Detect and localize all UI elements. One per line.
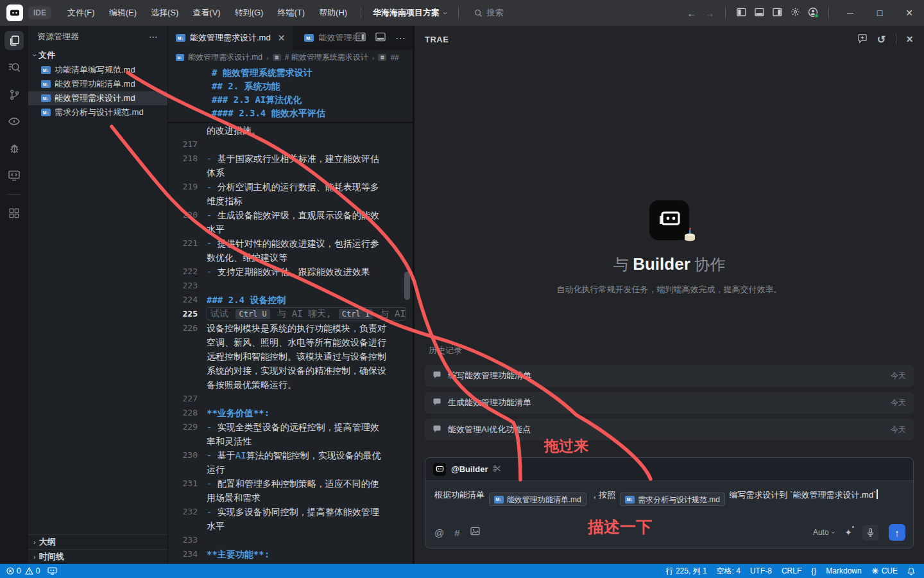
close-tab-icon[interactable]: ✕ (278, 33, 286, 43)
history-item[interactable]: 能效管理AI优化功能点今天 (425, 419, 914, 441)
indent-setting[interactable]: 空格: 4 (717, 566, 740, 577)
search-button[interactable]: 搜索 (474, 7, 503, 19)
menu-item[interactable]: 编辑(E) (102, 0, 144, 26)
code-line[interactable]: 的改进措施。 (168, 123, 413, 137)
scrollbar-thumb[interactable] (404, 272, 410, 300)
maximize-button[interactable]: □ (865, 8, 894, 18)
file-item[interactable]: M↓功能清单编写规范.md (28, 63, 167, 77)
history-item[interactable]: 编写能效管理功能清单今天 (425, 365, 914, 387)
editor-body[interactable]: # 能效管理系统需求设计## 2. 系统功能### 2.3 AI算法优化####… (168, 65, 413, 564)
code-line[interactable]: 运行 (168, 462, 413, 477)
code-line[interactable]: 229- 实现全类型设备的远程控制，提高管理效 (168, 420, 413, 434)
scissors-icon[interactable] (493, 464, 501, 475)
agent-mention[interactable]: @Builder (451, 464, 488, 474)
account-icon[interactable] (804, 7, 822, 19)
language-mode[interactable]: Markdown (826, 566, 861, 575)
code-line[interactable]: 远程控制和智能控制。该模块通过与设备控制 (168, 349, 413, 363)
code-line[interactable]: 221- 提供针对性的能效改进建议，包括运行参 (168, 236, 413, 250)
cursor-position[interactable]: 行 225, 列 1 (666, 566, 707, 577)
sticky-heading[interactable]: ## 2. 系统功能 (168, 80, 413, 93)
send-button[interactable]: ↑ (889, 524, 905, 541)
sticky-heading[interactable]: # 能效管理系统需求设计 (168, 66, 413, 80)
trae-status-icon[interactable] (47, 567, 57, 575)
code-line[interactable]: 223 (168, 279, 413, 293)
warnings-indicator[interactable]: 0 (25, 566, 40, 575)
file-reference-chip[interactable]: M↓需求分析与设计规范.md (620, 493, 725, 506)
notifications-bell-icon[interactable] (907, 567, 915, 575)
file-reference-chip[interactable]: M↓能效管理功能清单.md (489, 493, 586, 506)
code-line[interactable]: 233 (168, 533, 413, 547)
remote-code-icon[interactable] (4, 166, 24, 185)
code-line[interactable]: 空调、新风、照明、水电等所有能效设备进行 (168, 335, 413, 349)
code-line[interactable]: 226设备控制模块是系统的执行功能模块，负责对 (168, 321, 413, 335)
mention-icon[interactable]: @ (434, 527, 444, 538)
open-preview-icon[interactable] (355, 32, 366, 44)
source-control-icon[interactable] (4, 85, 24, 104)
gear-icon[interactable] (786, 7, 804, 19)
code-line[interactable]: 224### 2.4 设备控制 (168, 293, 413, 307)
back-icon[interactable]: ← (683, 8, 701, 19)
tab-active[interactable]: M↓ 能效管理需求设计.md ✕ (168, 26, 293, 50)
file-item[interactable]: M↓能效管理功能清单.md (28, 77, 167, 91)
cue-indicator[interactable]: CUE (871, 566, 898, 575)
code-line[interactable]: 维度指标 (168, 194, 413, 208)
file-item[interactable]: M↓需求分析与设计规范.md (28, 105, 167, 119)
debug-bug-icon[interactable] (4, 139, 24, 158)
history-item[interactable]: 生成能效管理功能清单今天 (425, 392, 914, 414)
timeline-section[interactable]: › 时间线 (28, 549, 167, 564)
encoding[interactable]: UTF-8 (750, 566, 772, 575)
eol-setting[interactable]: CRLF (782, 566, 801, 575)
menu-item[interactable]: 查看(V) (185, 0, 227, 26)
braces-indicator[interactable]: {} (811, 566, 816, 575)
menu-item[interactable]: 终端(T) (270, 0, 312, 26)
sticky-heading[interactable]: ### 2.3 AI算法优化 (168, 93, 413, 107)
errors-indicator[interactable]: 0 (6, 566, 21, 575)
forward-icon[interactable]: → (701, 8, 719, 19)
tab-inactive[interactable]: M↓ 能效管理功能清单.md (296, 26, 355, 50)
preview-eye-icon[interactable] (4, 112, 24, 131)
enhance-sparkle-icon[interactable]: ✦ (844, 527, 852, 538)
code-line[interactable]: 系统的对接，实现对设备的精准控制，确保设 (168, 363, 413, 378)
history-icon[interactable]: ↺ (877, 33, 886, 46)
code-line[interactable]: 219- 分析空调主机的运行数据、能耗表现等多 (168, 180, 413, 194)
menu-item[interactable]: 选择(S) (144, 0, 185, 26)
breadcrumb-item[interactable]: # 能效管理系统需求设计 (285, 52, 368, 63)
code-line[interactable]: 227 (168, 392, 413, 406)
code-line[interactable]: 230- 基于AI算法的智能控制，实现设备的最优 (168, 448, 413, 462)
code-line[interactable]: 228**业务价值**: (168, 406, 413, 420)
menu-item[interactable]: 帮助(H) (312, 0, 354, 26)
code-line[interactable]: 数优化、维护建议等 (168, 250, 413, 265)
close-panel-icon[interactable]: ✕ (906, 34, 914, 44)
code-line[interactable]: 231- 配置和管理多种控制策略，适应不同的使 (168, 477, 413, 491)
minimize-button[interactable]: ─ (835, 8, 865, 18)
code-line[interactable]: 234**主要功能**: (168, 547, 413, 561)
project-selector[interactable]: 华海海南项目方案 › (368, 7, 452, 19)
close-button[interactable]: ✕ (894, 8, 924, 18)
code-line[interactable]: 水平 (168, 222, 413, 236)
code-line[interactable]: 225试试 Ctrl U 与 AI 聊天, Ctrl I 与 AI - (168, 307, 413, 321)
split-editor-icon[interactable] (375, 32, 386, 44)
breadcrumb-item[interactable]: 能效管理需求设计.md (188, 52, 262, 63)
more-actions-icon[interactable]: ⋯ (149, 31, 158, 42)
new-chat-icon[interactable] (857, 33, 868, 46)
code-line[interactable]: 率和灵活性 (168, 434, 413, 448)
menu-item[interactable]: 转到(G) (228, 0, 271, 26)
image-attach-icon[interactable] (470, 527, 480, 538)
search-sidebar-icon[interactable] (4, 58, 24, 77)
extensions-grid-icon[interactable] (4, 204, 24, 223)
code-line[interactable]: 222- 支持定期能效评估，跟踪能效改进效果 (168, 265, 413, 279)
toggle-bottom-panel-icon[interactable] (750, 8, 768, 19)
files-section-header[interactable]: › 文件 (28, 48, 167, 63)
code-line[interactable]: 217 (168, 137, 413, 152)
toggle-right-panel-icon[interactable] (768, 8, 786, 19)
sticky-heading[interactable]: #### 2.3.4 能效水平评估 (168, 107, 413, 120)
code-line[interactable]: 232- 实现多设备协同控制，提高整体能效管理 (168, 505, 413, 519)
chat-input[interactable]: 根据功能清单 M↓能效管理功能清单.md ，按照 M↓需求分析与设计规范.md … (425, 481, 913, 522)
code-line[interactable]: 备按照最优策略运行。 (168, 378, 413, 392)
more-actions-icon[interactable]: ⋯ (395, 32, 406, 44)
microphone-icon[interactable] (862, 525, 878, 541)
context-hash-icon[interactable]: # (454, 527, 459, 538)
code-line[interactable]: 用场景和需求 (168, 491, 413, 505)
menu-item[interactable]: 文件(F) (60, 0, 102, 26)
code-line[interactable]: 218- 基于国家或行业相关标准，建立能效评估 (168, 152, 413, 166)
